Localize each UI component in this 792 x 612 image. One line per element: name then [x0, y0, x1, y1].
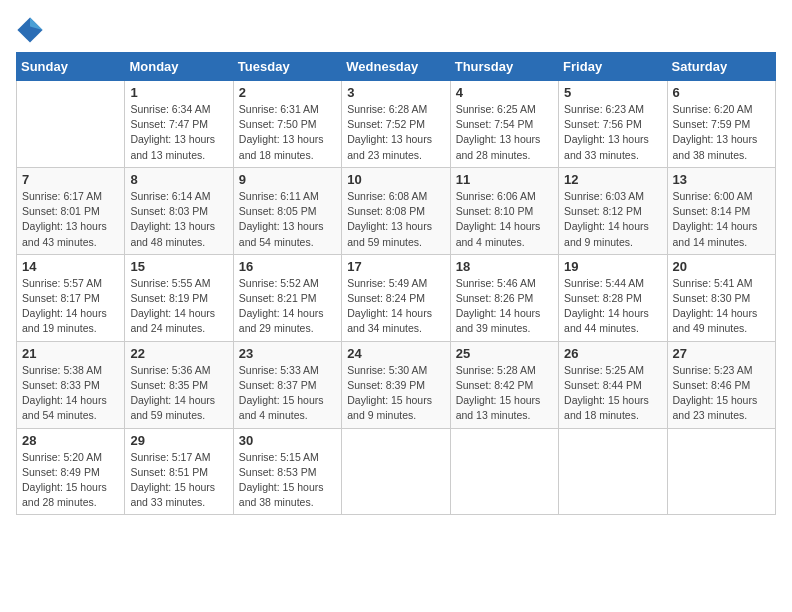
day-info: Sunrise: 5:30 AM Sunset: 8:39 PM Dayligh… [347, 363, 444, 424]
day-cell [667, 428, 775, 515]
day-number: 21 [22, 346, 119, 361]
day-number: 27 [673, 346, 770, 361]
day-cell: 17Sunrise: 5:49 AM Sunset: 8:24 PM Dayli… [342, 254, 450, 341]
day-cell: 7Sunrise: 6:17 AM Sunset: 8:01 PM Daylig… [17, 167, 125, 254]
day-cell: 11Sunrise: 6:06 AM Sunset: 8:10 PM Dayli… [450, 167, 558, 254]
day-cell: 15Sunrise: 5:55 AM Sunset: 8:19 PM Dayli… [125, 254, 233, 341]
day-cell: 22Sunrise: 5:36 AM Sunset: 8:35 PM Dayli… [125, 341, 233, 428]
day-number: 13 [673, 172, 770, 187]
day-number: 24 [347, 346, 444, 361]
day-cell: 30Sunrise: 5:15 AM Sunset: 8:53 PM Dayli… [233, 428, 341, 515]
day-number: 5 [564, 85, 661, 100]
day-cell: 13Sunrise: 6:00 AM Sunset: 8:14 PM Dayli… [667, 167, 775, 254]
day-info: Sunrise: 6:03 AM Sunset: 8:12 PM Dayligh… [564, 189, 661, 250]
day-info: Sunrise: 6:06 AM Sunset: 8:10 PM Dayligh… [456, 189, 553, 250]
day-cell: 4Sunrise: 6:25 AM Sunset: 7:54 PM Daylig… [450, 81, 558, 168]
day-cell: 6Sunrise: 6:20 AM Sunset: 7:59 PM Daylig… [667, 81, 775, 168]
day-number: 16 [239, 259, 336, 274]
day-number: 14 [22, 259, 119, 274]
day-info: Sunrise: 5:41 AM Sunset: 8:30 PM Dayligh… [673, 276, 770, 337]
day-cell: 29Sunrise: 5:17 AM Sunset: 8:51 PM Dayli… [125, 428, 233, 515]
day-number: 1 [130, 85, 227, 100]
page-header [16, 16, 776, 44]
day-number: 8 [130, 172, 227, 187]
day-number: 2 [239, 85, 336, 100]
day-info: Sunrise: 5:38 AM Sunset: 8:33 PM Dayligh… [22, 363, 119, 424]
day-info: Sunrise: 5:46 AM Sunset: 8:26 PM Dayligh… [456, 276, 553, 337]
day-cell [450, 428, 558, 515]
week-row-3: 14Sunrise: 5:57 AM Sunset: 8:17 PM Dayli… [17, 254, 776, 341]
header-day-wednesday: Wednesday [342, 53, 450, 81]
day-info: Sunrise: 5:49 AM Sunset: 8:24 PM Dayligh… [347, 276, 444, 337]
day-cell: 9Sunrise: 6:11 AM Sunset: 8:05 PM Daylig… [233, 167, 341, 254]
week-row-4: 21Sunrise: 5:38 AM Sunset: 8:33 PM Dayli… [17, 341, 776, 428]
day-cell: 19Sunrise: 5:44 AM Sunset: 8:28 PM Dayli… [559, 254, 667, 341]
calendar-header: SundayMondayTuesdayWednesdayThursdayFrid… [17, 53, 776, 81]
day-info: Sunrise: 6:28 AM Sunset: 7:52 PM Dayligh… [347, 102, 444, 163]
header-day-thursday: Thursday [450, 53, 558, 81]
header-day-saturday: Saturday [667, 53, 775, 81]
day-number: 29 [130, 433, 227, 448]
day-cell: 2Sunrise: 6:31 AM Sunset: 7:50 PM Daylig… [233, 81, 341, 168]
day-cell: 16Sunrise: 5:52 AM Sunset: 8:21 PM Dayli… [233, 254, 341, 341]
day-info: Sunrise: 5:55 AM Sunset: 8:19 PM Dayligh… [130, 276, 227, 337]
day-info: Sunrise: 6:00 AM Sunset: 8:14 PM Dayligh… [673, 189, 770, 250]
day-number: 3 [347, 85, 444, 100]
day-number: 30 [239, 433, 336, 448]
day-number: 28 [22, 433, 119, 448]
day-cell: 10Sunrise: 6:08 AM Sunset: 8:08 PM Dayli… [342, 167, 450, 254]
day-info: Sunrise: 5:57 AM Sunset: 8:17 PM Dayligh… [22, 276, 119, 337]
day-number: 11 [456, 172, 553, 187]
day-cell [17, 81, 125, 168]
day-cell: 20Sunrise: 5:41 AM Sunset: 8:30 PM Dayli… [667, 254, 775, 341]
day-info: Sunrise: 6:34 AM Sunset: 7:47 PM Dayligh… [130, 102, 227, 163]
header-day-sunday: Sunday [17, 53, 125, 81]
day-cell: 25Sunrise: 5:28 AM Sunset: 8:42 PM Dayli… [450, 341, 558, 428]
day-number: 18 [456, 259, 553, 274]
day-cell: 21Sunrise: 5:38 AM Sunset: 8:33 PM Dayli… [17, 341, 125, 428]
day-cell: 23Sunrise: 5:33 AM Sunset: 8:37 PM Dayli… [233, 341, 341, 428]
day-info: Sunrise: 6:31 AM Sunset: 7:50 PM Dayligh… [239, 102, 336, 163]
day-info: Sunrise: 5:20 AM Sunset: 8:49 PM Dayligh… [22, 450, 119, 511]
header-day-monday: Monday [125, 53, 233, 81]
day-info: Sunrise: 5:44 AM Sunset: 8:28 PM Dayligh… [564, 276, 661, 337]
day-number: 23 [239, 346, 336, 361]
header-row: SundayMondayTuesdayWednesdayThursdayFrid… [17, 53, 776, 81]
day-number: 10 [347, 172, 444, 187]
day-number: 15 [130, 259, 227, 274]
day-info: Sunrise: 5:17 AM Sunset: 8:51 PM Dayligh… [130, 450, 227, 511]
day-info: Sunrise: 6:25 AM Sunset: 7:54 PM Dayligh… [456, 102, 553, 163]
day-info: Sunrise: 5:25 AM Sunset: 8:44 PM Dayligh… [564, 363, 661, 424]
day-cell: 24Sunrise: 5:30 AM Sunset: 8:39 PM Dayli… [342, 341, 450, 428]
day-info: Sunrise: 6:20 AM Sunset: 7:59 PM Dayligh… [673, 102, 770, 163]
day-info: Sunrise: 6:11 AM Sunset: 8:05 PM Dayligh… [239, 189, 336, 250]
day-cell: 8Sunrise: 6:14 AM Sunset: 8:03 PM Daylig… [125, 167, 233, 254]
day-number: 12 [564, 172, 661, 187]
day-info: Sunrise: 5:28 AM Sunset: 8:42 PM Dayligh… [456, 363, 553, 424]
day-number: 26 [564, 346, 661, 361]
day-cell: 28Sunrise: 5:20 AM Sunset: 8:49 PM Dayli… [17, 428, 125, 515]
day-number: 25 [456, 346, 553, 361]
day-number: 19 [564, 259, 661, 274]
day-number: 20 [673, 259, 770, 274]
day-cell: 3Sunrise: 6:28 AM Sunset: 7:52 PM Daylig… [342, 81, 450, 168]
day-cell: 1Sunrise: 6:34 AM Sunset: 7:47 PM Daylig… [125, 81, 233, 168]
week-row-2: 7Sunrise: 6:17 AM Sunset: 8:01 PM Daylig… [17, 167, 776, 254]
day-info: Sunrise: 5:36 AM Sunset: 8:35 PM Dayligh… [130, 363, 227, 424]
day-number: 4 [456, 85, 553, 100]
day-cell: 18Sunrise: 5:46 AM Sunset: 8:26 PM Dayli… [450, 254, 558, 341]
day-cell: 27Sunrise: 5:23 AM Sunset: 8:46 PM Dayli… [667, 341, 775, 428]
day-number: 6 [673, 85, 770, 100]
day-cell [559, 428, 667, 515]
day-number: 22 [130, 346, 227, 361]
day-cell: 26Sunrise: 5:25 AM Sunset: 8:44 PM Dayli… [559, 341, 667, 428]
day-cell: 5Sunrise: 6:23 AM Sunset: 7:56 PM Daylig… [559, 81, 667, 168]
week-row-1: 1Sunrise: 6:34 AM Sunset: 7:47 PM Daylig… [17, 81, 776, 168]
header-day-friday: Friday [559, 53, 667, 81]
day-number: 7 [22, 172, 119, 187]
day-info: Sunrise: 6:17 AM Sunset: 8:01 PM Dayligh… [22, 189, 119, 250]
logo-icon [16, 16, 44, 44]
day-info: Sunrise: 6:23 AM Sunset: 7:56 PM Dayligh… [564, 102, 661, 163]
day-info: Sunrise: 5:23 AM Sunset: 8:46 PM Dayligh… [673, 363, 770, 424]
day-number: 17 [347, 259, 444, 274]
